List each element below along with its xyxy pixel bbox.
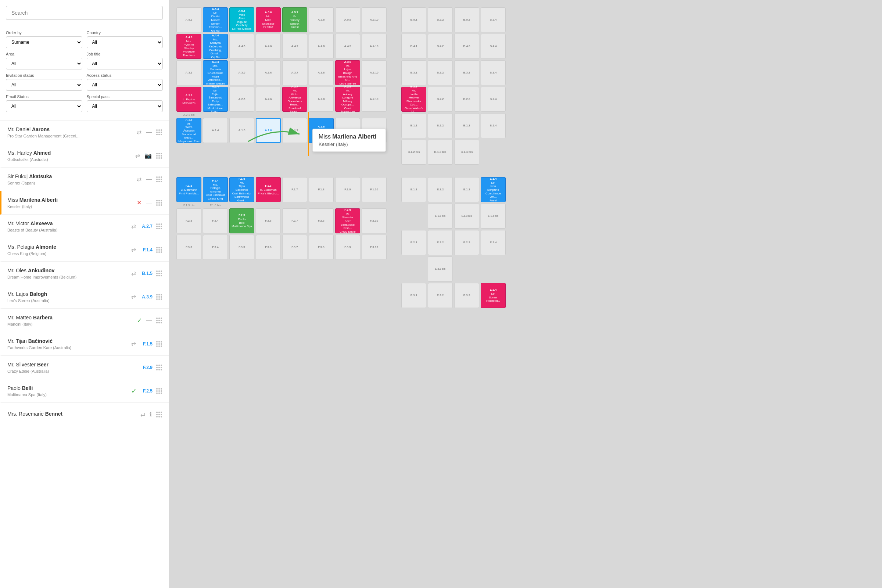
seat-b11[interactable]: B.1.1 bbox=[401, 113, 426, 138]
seat-b51[interactable]: B.5.1 bbox=[401, 8, 426, 32]
list-item[interactable]: Mrs. Rosemarie Bennet ⇄ ℹ bbox=[0, 403, 169, 426]
seat-e12[interactable]: E.1.2 bbox=[428, 177, 453, 202]
seat-a26[interactable]: A.2.6 bbox=[256, 87, 281, 112]
list-item[interactable]: Ms. Harley Ahmed Gottschalks (Australia)… bbox=[0, 144, 169, 168]
seat-a18[interactable]: A.1.8 Dr.Jun bbox=[309, 118, 334, 143]
seat-a35[interactable]: A.3.5 bbox=[230, 60, 254, 85]
seat-e12bis[interactable]: E.1.2 bis bbox=[428, 204, 453, 229]
phone-icon[interactable]: ⇄ bbox=[136, 175, 142, 183]
seat-a28[interactable]: A.2.8 bbox=[309, 87, 334, 112]
job-title-select[interactable]: All bbox=[87, 58, 163, 69]
seat-a24[interactable]: A.2.4 Mr.RajkoŠimunovićParty Salespers..… bbox=[203, 87, 228, 112]
invitation-select[interactable]: All bbox=[6, 79, 82, 91]
seat-e21[interactable]: E.2.1 bbox=[401, 230, 426, 255]
seat-f26[interactable]: F.2.6 bbox=[256, 208, 281, 233]
list-item[interactable]: Mr. Victor Alexeeva Beasts of Beauty (Au… bbox=[0, 214, 169, 238]
seat-f34[interactable]: F.3.4 bbox=[203, 235, 228, 260]
seat-b33[interactable]: B.3.3 bbox=[454, 60, 479, 85]
phone-icon[interactable]: ⇄ bbox=[135, 152, 141, 160]
seat-f16[interactable]: F.1.6 H. BlackmanPrice's Electro... bbox=[256, 177, 281, 202]
phone-icon[interactable]: ⇄ bbox=[130, 269, 137, 278]
seat-f310[interactable]: F.3.10 bbox=[362, 235, 387, 260]
seat-e22[interactable]: E.2.2 bbox=[428, 230, 453, 255]
seat-b42[interactable]: B.4.2 bbox=[428, 34, 453, 59]
seat-a34[interactable]: A.3.4 Mrs.ManuelaGruenewaldFlight Attend… bbox=[203, 60, 228, 85]
seat-f210[interactable]: F.2.10 bbox=[362, 208, 387, 233]
seat-a110[interactable]: A.1.10 bbox=[362, 118, 387, 143]
seat-f33[interactable]: F.3.3 bbox=[176, 235, 201, 260]
seat-e31[interactable]: E.3.1 bbox=[401, 283, 426, 308]
close-icon[interactable]: ✕ bbox=[136, 198, 142, 207]
seat-b44[interactable]: B.4.4 bbox=[481, 34, 506, 59]
list-item[interactable]: Ms. Pelagia Almonte Chess King (Belgium)… bbox=[0, 238, 169, 262]
seat-a19[interactable]: A.1.9 bbox=[335, 118, 360, 143]
seat-a49[interactable]: A.4.9 bbox=[335, 34, 360, 59]
phone-icon[interactable]: ⇄ bbox=[130, 292, 137, 301]
seat-f18[interactable]: F.1.8 bbox=[309, 177, 334, 202]
seat-e14bis[interactable]: E.1.4 bis bbox=[481, 204, 506, 229]
phone-icon[interactable]: ⇄ bbox=[136, 128, 142, 136]
seat-b31[interactable]: B.3.1 bbox=[401, 60, 426, 85]
seat-e23[interactable]: E.2.3 bbox=[454, 230, 479, 255]
seat-a210[interactable]: A.2.10 bbox=[362, 87, 387, 112]
search-input[interactable] bbox=[6, 6, 163, 20]
access-select[interactable]: All bbox=[87, 79, 163, 91]
seat-a410[interactable]: A.4.10 bbox=[362, 34, 387, 59]
list-item[interactable]: Mr. Matteo Barbera Mancini (Italy) ✓ — bbox=[0, 309, 169, 332]
seat-a27[interactable]: A.2.7 Mr.VictorAlexeevaOperations Rese..… bbox=[282, 87, 307, 112]
seat-a54[interactable]: A.5.4 Mr.DimitriIvanovSenior Fashion...G… bbox=[203, 8, 228, 32]
phone-icon[interactable]: ⇄ bbox=[140, 410, 146, 418]
seat-a48[interactable]: A.4.8 bbox=[309, 34, 334, 59]
seat-f28[interactable]: F.2.8 bbox=[309, 208, 334, 233]
seat-e33[interactable]: E.3.3 bbox=[454, 283, 479, 308]
seat-a310[interactable]: A.3.10 bbox=[362, 60, 387, 85]
seat-f36[interactable]: F.3.6 bbox=[256, 235, 281, 260]
seat-e32[interactable]: E.3.2 bbox=[428, 283, 453, 308]
seat-f23[interactable]: F.2.3 bbox=[176, 208, 201, 233]
phone-icon[interactable]: ⇄ bbox=[130, 340, 137, 348]
list-item[interactable]: Sir Fukuj Akatsuka Senrax (Japan) ⇄ — bbox=[0, 168, 169, 191]
seat-f17[interactable]: F.1.7 bbox=[282, 177, 307, 202]
seat-a36[interactable]: A.3.6 bbox=[256, 60, 281, 85]
camera-icon[interactable]: 📷 bbox=[144, 152, 153, 160]
seat-f24[interactable]: F.2.4 bbox=[203, 208, 228, 233]
seat-a58[interactable]: A.5.8 bbox=[309, 8, 334, 32]
minus-icon[interactable]: — bbox=[145, 175, 153, 183]
seat-e11[interactable]: E.1.1 bbox=[401, 177, 426, 202]
list-item[interactable]: Mr. Tijan Bačinović Earthworks Garden Ka… bbox=[0, 332, 169, 356]
seat-b34[interactable]: B.3.4 bbox=[481, 60, 506, 85]
seat-f110[interactable]: F.1.10 bbox=[362, 177, 387, 202]
seat-e14[interactable]: E.1.4 Mr.IvanBerglundCompliance Offi...F… bbox=[481, 177, 506, 202]
seat-b53[interactable]: B.5.3 bbox=[454, 8, 479, 32]
seat-f27[interactable]: F.2.7 bbox=[282, 208, 307, 233]
seat-b54[interactable]: B.5.4 bbox=[481, 8, 506, 32]
seat-f14[interactable]: F.1.4 Ms.PelagiaAlmonteCost EstimatorChe… bbox=[203, 177, 228, 202]
seat-a25[interactable]: A.2.5 bbox=[230, 87, 254, 112]
minus-icon[interactable]: — bbox=[145, 199, 153, 207]
seat-a56[interactable]: A.5.6 Mr.MikeScorsesePr Staff bbox=[256, 8, 281, 32]
seat-b13[interactable]: B.1.3 bbox=[454, 113, 479, 138]
list-item[interactable]: Mr. Lajos Balogh Leo's Stereo (Australia… bbox=[0, 285, 169, 309]
phone-icon[interactable]: ⇄ bbox=[130, 222, 137, 230]
seat-f38[interactable]: F.3.8 bbox=[309, 235, 334, 260]
seat-b24[interactable]: B.2.4 bbox=[481, 87, 506, 112]
minus-icon[interactable]: — bbox=[145, 128, 153, 136]
seat-a43[interactable]: A.4.3 Mrs.YvonneStanleyProducerThoofane bbox=[176, 34, 201, 59]
seat-f25[interactable]: F.2.5 PaoloBelliMultimarca Spa bbox=[230, 208, 254, 233]
country-select[interactable]: All bbox=[87, 36, 163, 48]
seat-f19[interactable]: F.1.9 bbox=[335, 177, 360, 202]
seat-b41[interactable]: B.4.1 bbox=[401, 34, 426, 59]
seat-e13bis[interactable]: E.1.3 bis bbox=[454, 204, 479, 229]
seat-a23[interactable]: A.2.3 L. EspinoMcDade's bbox=[176, 87, 201, 112]
seat-a45[interactable]: A.4.5 bbox=[230, 34, 254, 59]
area-select[interactable]: All bbox=[6, 58, 82, 69]
seat-f37[interactable]: F.3.7 bbox=[282, 235, 307, 260]
seat-b12bis[interactable]: B.1.3 bis bbox=[428, 140, 453, 165]
seat-f39[interactable]: F.3.9 bbox=[335, 235, 360, 260]
seat-b13bis[interactable]: B.1.4 bis bbox=[454, 140, 479, 165]
phone-icon[interactable]: ⇄ bbox=[130, 246, 137, 254]
list-item[interactable]: Mr. Daniel Aarons Pro Star Garden Manage… bbox=[0, 120, 169, 144]
minus-icon[interactable]: — bbox=[145, 316, 153, 324]
list-item-selected[interactable]: Miss Marilena Alberti Kessler (Italy) ✕ … bbox=[0, 191, 169, 214]
list-item[interactable]: Mr. Oles Ankudinov Dream Home Improvemen… bbox=[0, 262, 169, 285]
